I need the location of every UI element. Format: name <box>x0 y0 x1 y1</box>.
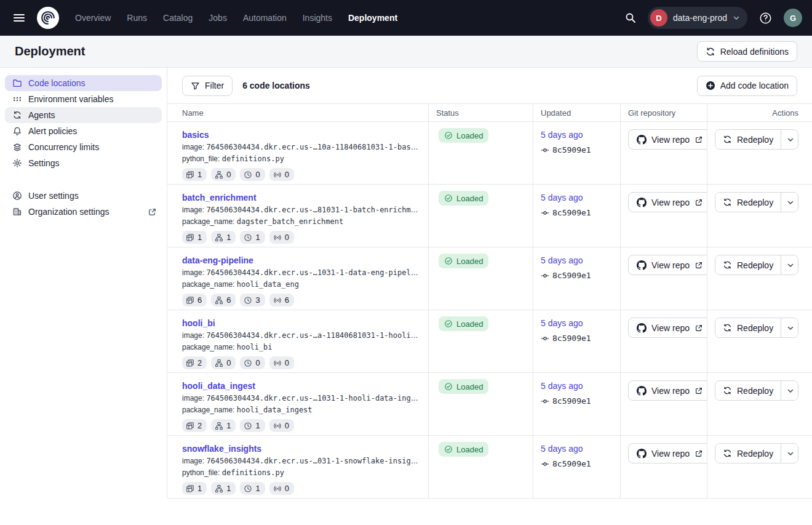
actions-cell: Redeploy <box>707 373 812 435</box>
actions-cell: Redeploy <box>707 185 812 247</box>
redeploy-split-button: Redeploy <box>715 380 798 401</box>
meta-value: 764506304434.dkr.ecr.us-…a-11840681031-1… <box>206 331 421 340</box>
view-repo-label: View repo <box>651 260 690 270</box>
redeploy-button[interactable]: Redeploy <box>715 381 781 400</box>
redeploy-button[interactable]: Redeploy <box>715 130 781 149</box>
redeploy-menu-button[interactable] <box>781 193 798 212</box>
github-icon <box>637 198 647 207</box>
schedules-count-badge: 0 <box>240 356 265 369</box>
redeploy-menu-button[interactable] <box>781 130 798 149</box>
redeploy-button[interactable]: Redeploy <box>715 318 781 337</box>
asset-graph-icon <box>215 170 223 179</box>
view-repo-button[interactable]: View repo <box>628 443 707 463</box>
filter-label: Filter <box>205 81 224 90</box>
dagster-logo[interactable] <box>37 7 59 29</box>
view-repo-button[interactable]: View repo <box>628 255 707 275</box>
meta-label: image: <box>182 143 204 151</box>
view-repo-button[interactable]: View repo <box>628 129 707 150</box>
updated-link[interactable]: 5 days ago <box>541 255 583 265</box>
name-cell: batch_enrichment image: 764506304434.dkr… <box>167 185 429 247</box>
name-cell: hooli_bi image: 764506304434.dkr.ecr.us-… <box>167 310 429 372</box>
commit-hash: 8c5909e1 <box>552 459 591 468</box>
view-repo-button[interactable]: View repo <box>628 192 707 212</box>
code-location-link[interactable]: hooli_data_ingest <box>182 381 255 391</box>
redeploy-button[interactable]: Redeploy <box>715 255 781 275</box>
code-location-link[interactable]: basics <box>182 130 209 140</box>
code-location-count: 6 code locations <box>242 81 310 90</box>
meta-label: image: <box>182 206 204 214</box>
folder-icon <box>12 78 22 88</box>
plus-circle-icon <box>706 81 715 90</box>
nav-catalog[interactable]: Catalog <box>163 13 193 23</box>
deployment-switcher[interactable]: D data-eng-prod <box>648 7 747 29</box>
reload-definitions-button[interactable]: Reload definitions <box>697 41 797 62</box>
updated-link[interactable]: 5 days ago <box>541 130 583 140</box>
schedules-count: 0 <box>255 358 260 367</box>
main-content: Filter 6 code locations Add code locatio… <box>167 68 812 499</box>
redeploy-button[interactable]: Redeploy <box>715 444 781 463</box>
schedules-count-badge: 0 <box>240 168 265 181</box>
chevron-down-icon <box>787 199 794 206</box>
commit-icon <box>541 271 549 280</box>
meta-label: package_name: <box>182 406 234 414</box>
menu-button[interactable] <box>10 9 28 27</box>
layers-icon <box>12 142 22 152</box>
commit-hash: 8c5909e1 <box>552 271 591 280</box>
updated-link[interactable]: 5 days ago <box>541 193 583 202</box>
sensors-count-badge: 6 <box>269 294 294 307</box>
help-button[interactable] <box>756 9 775 28</box>
filter-button[interactable]: Filter <box>182 76 233 96</box>
jobs-count: 1 <box>197 170 202 179</box>
view-repo-button[interactable]: View repo <box>628 318 707 338</box>
meta-value: hooli_data_eng <box>237 280 299 289</box>
count-badges: 2 0 0 0 <box>182 356 421 369</box>
redeploy-menu-button[interactable] <box>781 444 798 463</box>
github-icon <box>637 449 647 459</box>
jobs-count: 1 <box>197 484 202 493</box>
schedules-count: 1 <box>255 421 260 430</box>
jobs-count: 6 <box>197 295 202 305</box>
nav-runs[interactable]: Runs <box>127 13 147 23</box>
redeploy-button[interactable]: Redeploy <box>715 193 781 212</box>
image-line: image: 764506304434.dkr.ecr.us-…10a-1184… <box>182 143 421 151</box>
user-avatar[interactable]: G <box>784 9 802 27</box>
redeploy-label: Redeploy <box>737 198 773 207</box>
nav-overview[interactable]: Overview <box>75 13 111 23</box>
add-code-location-button[interactable]: Add code location <box>697 76 797 96</box>
table-body: basics image: 764506304434.dkr.ecr.us-…1… <box>167 122 812 499</box>
redeploy-menu-button[interactable] <box>781 381 798 400</box>
code-location-link[interactable]: hooli_bi <box>182 318 215 328</box>
view-repo-button[interactable]: View repo <box>628 380 707 401</box>
code-location-link[interactable]: batch_enrichment <box>182 193 257 202</box>
sidebar-item-agents[interactable]: Agents <box>5 107 162 123</box>
sidebar-item-concurrency-limits[interactable]: Concurrency limits <box>5 139 162 155</box>
external-link-icon <box>695 135 703 144</box>
updated-cell: 5 days ago 8c5909e1 <box>533 122 621 184</box>
nav-automation[interactable]: Automation <box>243 13 287 23</box>
jobs-count: 2 <box>197 358 202 367</box>
updated-link[interactable]: 5 days ago <box>541 381 583 391</box>
sidebar-item-user-settings[interactable]: User settings <box>5 188 162 204</box>
redeploy-menu-button[interactable] <box>781 255 798 275</box>
status-badge: Loaded <box>439 191 488 206</box>
search-button[interactable] <box>622 9 639 26</box>
sensors-count: 0 <box>285 484 289 493</box>
meta-label: image: <box>182 331 204 340</box>
sidebar-item-organization-settings[interactable]: Organization settings <box>5 204 162 220</box>
nav-insights[interactable]: Insights <box>303 13 332 23</box>
nav-deployment[interactable]: Deployment <box>348 13 397 23</box>
code-location-link[interactable]: snowflake_insights <box>182 444 261 454</box>
asset-graph-icon <box>215 233 223 242</box>
updated-link[interactable]: 5 days ago <box>541 444 583 454</box>
sidebar-item-alert-policies[interactable]: Alert policies <box>5 123 162 139</box>
asset-graph-count: 0 <box>226 170 231 179</box>
column-header-git-repository: Git repository <box>621 104 707 121</box>
status-cell: Loaded <box>429 373 533 435</box>
redeploy-menu-button[interactable] <box>781 318 798 337</box>
code-location-link[interactable]: data-eng-pipeline <box>182 255 253 265</box>
updated-link[interactable]: 5 days ago <box>541 318 583 328</box>
sidebar-item-settings[interactable]: Settings <box>5 155 162 171</box>
sidebar-item-environment-variables[interactable]: Environment variables <box>5 91 162 107</box>
nav-jobs[interactable]: Jobs <box>209 13 227 23</box>
sidebar-item-code-locations[interactable]: Code locations <box>5 75 162 91</box>
